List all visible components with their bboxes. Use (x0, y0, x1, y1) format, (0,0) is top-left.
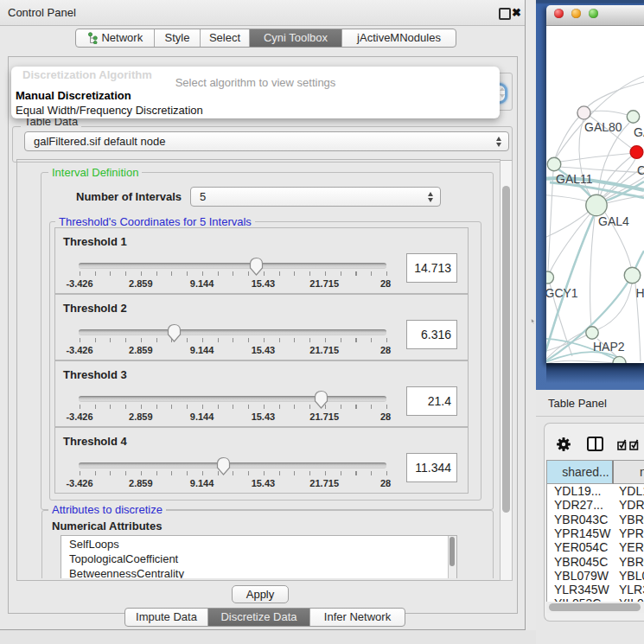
svg-text:GAL2: GAL2 (634, 125, 644, 139)
svg-text:GAL4: GAL4 (598, 214, 629, 228)
svg-text:GCY1: GCY1 (546, 286, 578, 300)
svg-text:HAP2: HAP2 (593, 340, 625, 354)
svg-text:HIS: HIS (636, 286, 644, 300)
svg-text:GAL11: GAL11 (556, 172, 593, 186)
svg-text:GAL80: GAL80 (584, 120, 622, 134)
svg-text:CDC: CDC (637, 163, 644, 177)
